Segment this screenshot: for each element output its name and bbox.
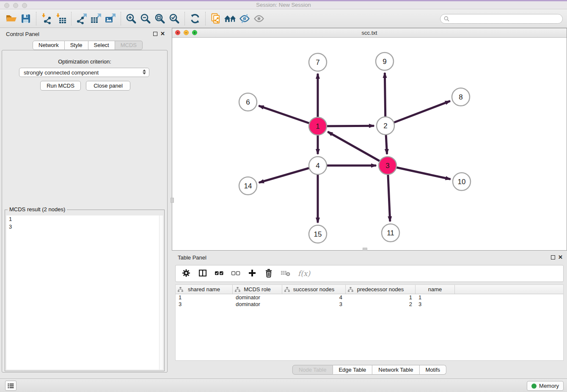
graph-node-label: 11	[387, 229, 394, 237]
column-header-predecessor-nodes[interactable]: predecessor nodes	[346, 285, 416, 294]
close-window-button[interactable]	[4, 3, 9, 8]
delete-column-button[interactable]	[264, 268, 273, 279]
function-builder-button[interactable]: f(x)	[298, 269, 310, 278]
memory-label: Memory	[539, 383, 559, 389]
show-log-button[interactable]	[5, 381, 17, 391]
table-row[interactable]: 3dominator323	[176, 301, 563, 308]
refresh-button[interactable]	[188, 11, 202, 26]
tab-mcds[interactable]: MCDS	[115, 41, 143, 50]
search-icon	[444, 16, 449, 22]
result-item[interactable]: 3	[6, 223, 163, 231]
new-network-from-selection-button[interactable]	[209, 11, 223, 26]
houses-icon	[224, 13, 237, 25]
eye-icon	[253, 13, 265, 25]
add-column-button[interactable]	[248, 268, 257, 279]
memory-button[interactable]: Memory	[527, 381, 564, 391]
graph-node-2[interactable]: 2	[377, 117, 394, 135]
zoom-out-icon	[140, 13, 151, 25]
graph-node-label: 14	[244, 182, 252, 190]
zoom-in-button[interactable]	[124, 11, 138, 26]
network-window-titlebar: × − + scc.txt	[172, 28, 567, 38]
column-header-shared-name[interactable]: shared name	[176, 285, 233, 294]
graph-node-9[interactable]: 9	[376, 52, 394, 70]
unchecked-boxes-icon	[231, 268, 240, 278]
graph-node-11[interactable]: 11	[382, 224, 399, 242]
graph-node-4[interactable]: 4	[309, 157, 327, 174]
result-item[interactable]: 1	[6, 215, 163, 223]
table-panel: Table Panel ✕ f(x) shared nameMCDS roles…	[172, 251, 567, 378]
zoom-window-button[interactable]	[22, 3, 27, 8]
minimize-window-button[interactable]	[13, 3, 18, 8]
run-mcds-button[interactable]: Run MCDS	[40, 81, 81, 91]
table-cell: 1	[346, 294, 416, 301]
tab-node-table[interactable]: Node Table	[292, 365, 333, 375]
close-network-button[interactable]: ×	[175, 30, 180, 35]
tab-network-table[interactable]: Network Table	[372, 365, 419, 375]
export-image-button[interactable]	[103, 11, 118, 26]
minimize-network-button[interactable]: −	[184, 30, 189, 35]
column-header-label: MCDS role	[244, 286, 271, 293]
close-panel-button[interactable]: Close panel	[86, 81, 130, 91]
search-input[interactable]	[449, 16, 562, 22]
float-panel-icon[interactable]	[551, 255, 555, 259]
column-header-MCDS-role[interactable]: MCDS role	[233, 285, 282, 294]
mcds-result-list[interactable]: 1 3	[6, 215, 163, 370]
splitter-grip[interactable]	[171, 198, 174, 203]
graph-node-1[interactable]: 1	[309, 117, 327, 135]
criterion-select[interactable]: strongly connected component	[19, 68, 149, 77]
table-row[interactable]: 1dominator411	[176, 294, 563, 301]
first-neighbors-button[interactable]	[223, 11, 237, 26]
graph-node-10[interactable]: 10	[453, 173, 471, 190]
deselect-all-button[interactable]	[231, 268, 240, 279]
graph-node-15[interactable]: 15	[309, 225, 327, 243]
table-header-row: shared nameMCDS rolesuccessor nodesprede…	[176, 285, 563, 294]
graph-node-14[interactable]: 14	[239, 177, 257, 195]
save-session-button[interactable]	[19, 11, 33, 26]
tab-edge-table[interactable]: Edge Table	[333, 365, 372, 375]
node-table: shared nameMCDS rolesuccessor nodesprede…	[175, 284, 564, 361]
toolbar-separator	[36, 12, 36, 25]
column-header-successor-nodes[interactable]: successor nodes	[282, 285, 346, 294]
export-table-button[interactable]	[89, 11, 103, 26]
export-network-button[interactable]	[74, 11, 89, 26]
show-columns-button[interactable]	[198, 268, 207, 279]
graph-edge-3-1[interactable]	[328, 132, 388, 166]
open-file-button[interactable]	[4, 11, 19, 26]
table-panel-title: Table Panel	[178, 254, 206, 261]
import-network-button[interactable]	[39, 11, 54, 26]
select-all-button[interactable]	[215, 268, 224, 279]
tab-network[interactable]: Network	[33, 41, 65, 50]
graph-node-7[interactable]: 7	[309, 53, 327, 71]
show-graphics-details-button[interactable]	[252, 11, 266, 26]
graph-node-label: 4	[316, 162, 319, 170]
zoom-network-button[interactable]: +	[192, 30, 197, 35]
search-box	[440, 14, 563, 24]
hide-graphics-details-button[interactable]	[237, 11, 252, 26]
splitter-grip[interactable]	[363, 248, 367, 251]
criterion-value: strongly connected component	[24, 69, 99, 76]
float-panel-icon[interactable]	[153, 32, 157, 36]
result-scrollbar[interactable]	[159, 215, 163, 370]
control-panel-title: Control Panel	[6, 31, 39, 37]
graph-edge-2-8[interactable]	[385, 101, 450, 126]
network-canvas[interactable]: 7968124314101511	[172, 38, 567, 250]
zoom-out-button[interactable]	[138, 11, 153, 26]
tab-style[interactable]: Style	[65, 41, 88, 50]
graph-node-3[interactable]: 3	[379, 157, 396, 174]
close-panel-icon[interactable]: ✕	[160, 30, 165, 37]
column-header-name[interactable]: name	[416, 285, 455, 294]
tree-icon	[348, 287, 353, 292]
table-settings-button[interactable]	[182, 268, 191, 279]
zoom-fit-button[interactable]	[153, 11, 167, 26]
graph-node-6[interactable]: 6	[239, 93, 257, 111]
graph-node-8[interactable]: 8	[452, 88, 470, 106]
zoom-selected-button[interactable]	[167, 11, 182, 26]
delete-table-button[interactable]	[281, 268, 291, 279]
import-table-button[interactable]	[54, 11, 68, 26]
graph-edge-3-10[interactable]	[388, 166, 451, 179]
tab-select[interactable]: Select	[88, 41, 115, 50]
close-panel-icon[interactable]: ✕	[558, 254, 563, 260]
export-network-icon	[76, 13, 88, 25]
tab-motifs[interactable]: Motifs	[419, 365, 446, 375]
checked-boxes-icon	[215, 268, 224, 278]
